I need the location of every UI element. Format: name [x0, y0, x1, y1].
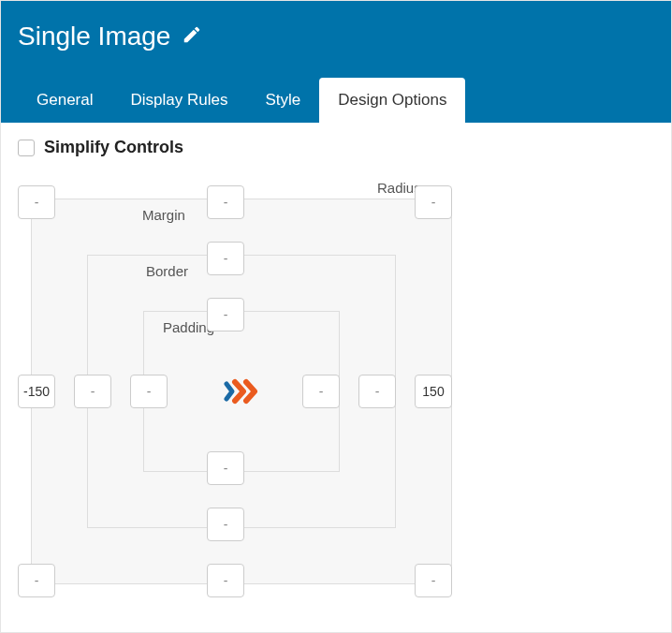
margin-label: Margin [139, 207, 189, 223]
padding-right-input[interactable] [302, 375, 340, 408]
radius-tr-input[interactable] [415, 185, 452, 219]
box-model-onion: Margin Border Padding Radius [18, 185, 465, 597]
padding-bottom-input[interactable] [207, 451, 244, 485]
design-options-panel: Simplify Controls Margin Border Padding … [1, 123, 671, 612]
tab-general[interactable]: General [18, 78, 111, 123]
edit-icon[interactable] [182, 22, 202, 52]
padding-top-input[interactable] [207, 298, 244, 331]
border-bottom-input[interactable] [207, 508, 244, 541]
simplify-controls-row: Simplify Controls [18, 138, 654, 157]
header: Single Image General Display Rules Style… [1, 1, 671, 123]
tab-display-rules[interactable]: Display Rules [111, 78, 246, 123]
radius-bl-input[interactable] [18, 564, 55, 597]
content-logo-icon [221, 378, 262, 405]
margin-top-input[interactable] [207, 185, 244, 219]
page-title: Single Image [18, 22, 170, 52]
border-left-input[interactable] [74, 375, 111, 408]
border-top-input[interactable] [207, 242, 244, 275]
tab-style[interactable]: Style [246, 78, 319, 123]
tabs: General Display Rules Style Design Optio… [18, 78, 654, 123]
title-row: Single Image [18, 22, 654, 52]
border-label: Border [142, 263, 192, 279]
padding-left-input[interactable] [130, 375, 168, 408]
border-right-input[interactable] [358, 375, 396, 408]
margin-right-input[interactable] [415, 375, 452, 408]
simplify-controls-checkbox[interactable] [18, 140, 35, 156]
radius-br-input[interactable] [415, 564, 452, 597]
margin-bottom-input[interactable] [207, 564, 244, 597]
simplify-controls-label: Simplify Controls [44, 138, 183, 157]
margin-left-input[interactable] [18, 375, 55, 408]
tab-design-options[interactable]: Design Options [319, 78, 465, 123]
margin-top-left-corner-input[interactable] [18, 185, 55, 219]
